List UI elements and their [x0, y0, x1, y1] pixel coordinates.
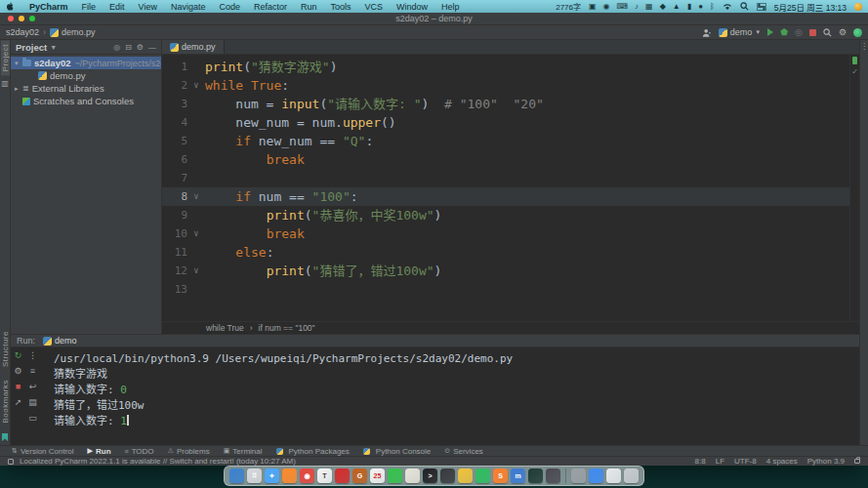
dock-app-trash[interactable]: [624, 468, 639, 483]
soft-wrap-icon[interactable]: ↩: [29, 382, 37, 391]
breadcrumb-file[interactable]: demo.py: [62, 27, 96, 37]
statusbar-message[interactable]: Localized PyCharm 2022.1.1 is available …: [20, 457, 296, 466]
control-center-icon[interactable]: [757, 3, 766, 11]
dock-app-dark-app[interactable]: [440, 468, 455, 483]
code-line-3[interactable]: 3 num = input("请输入数字: ") # "100" "20": [162, 95, 849, 113]
code-line-4[interactable]: 4 new_num = num.upper(): [162, 113, 849, 132]
dock-app-music-app[interactable]: [335, 468, 350, 483]
code-line-5[interactable]: 5 if new_num == "Q":: [162, 132, 849, 150]
code-line-11[interactable]: 11 else:: [162, 243, 849, 262]
code-line-13[interactable]: 13: [162, 280, 849, 299]
dock-app-wechat[interactable]: [388, 468, 402, 483]
menu-item-run[interactable]: Run: [294, 2, 324, 12]
edit-configuration-icon[interactable]: ⚙: [14, 366, 21, 376]
editor-tab-demo[interactable]: demo.py: [162, 40, 225, 54]
dock-app-calendar[interactable]: 25: [370, 468, 385, 483]
tree-item-s2day02[interactable]: ▾s2day02~/PycharmProjects/s2day02: [11, 57, 161, 69]
window-titlebar[interactable]: s2day02 – demo.py: [0, 13, 868, 25]
menu-item-edit[interactable]: Edit: [103, 2, 132, 12]
record-icon[interactable]: ◉: [603, 3, 610, 11]
status-item[interactable]: Python 3.9: [807, 457, 845, 466]
breadcrumb-item[interactable]: while True: [206, 323, 244, 333]
menu-item-window[interactable]: Window: [390, 2, 434, 12]
app-icon[interactable]: ●: [698, 3, 703, 11]
code-with-me-icon[interactable]: [853, 28, 862, 37]
tree-item-scratches-and-consoles[interactable]: Scratches and Consoles: [11, 95, 161, 107]
toolwindow-button-services[interactable]: ⊙Services: [444, 447, 483, 456]
menu-item-view[interactable]: View: [132, 2, 164, 12]
dock-app-finder[interactable]: [229, 468, 244, 483]
readonly-lock-icon[interactable]: [854, 459, 860, 464]
collapse-all-icon[interactable]: ⊟: [125, 43, 132, 52]
code-line-7[interactable]: 7: [162, 169, 849, 187]
toolwindow-button-run[interactable]: ▶Run: [88, 447, 111, 456]
toolwindow-button-python-packages[interactable]: Python Packages: [276, 447, 350, 456]
fold-chevron-icon[interactable]: ∨: [187, 262, 205, 280]
code-line-12[interactable]: 12∨ print("猜错了，错过100w"): [162, 262, 849, 280]
toolwindow-button-version-control[interactable]: ⇅Version Control: [12, 447, 74, 456]
dock-app-documents-stack[interactable]: [606, 468, 621, 483]
menu-item-pycharm[interactable]: PyCharm: [22, 2, 75, 12]
dock-app-downloads-folder[interactable]: [589, 468, 603, 483]
code-viewport[interactable]: 1print("猜数字游戏")2∨while True:3 num = inpu…: [162, 55, 859, 321]
dock-app-notes[interactable]: T: [317, 468, 332, 483]
user-account-icon[interactable]: [702, 28, 712, 37]
dock-app-yellow-app[interactable]: [458, 468, 473, 483]
status-item[interactable]: UTF-8: [734, 457, 757, 466]
search-everywhere-icon[interactable]: [823, 28, 832, 37]
hide-panel-icon[interactable]: —: [148, 43, 156, 52]
debug-button[interactable]: ⬟: [780, 27, 788, 37]
inspections-indicator[interactable]: [852, 57, 857, 64]
clear-console-icon[interactable]: ▭: [28, 413, 37, 423]
pin-tab-icon[interactable]: ➚: [15, 397, 22, 407]
dock-app-green-dark-app[interactable]: [528, 468, 543, 483]
toolwindow-button-python-console[interactable]: Python Console: [363, 447, 431, 456]
menu-item-tools[interactable]: Tools: [323, 2, 357, 12]
dock-app-gray-app[interactable]: [546, 468, 560, 483]
gear-icon[interactable]: ⚙: [137, 43, 144, 52]
bluetooth-icon[interactable]: ᛒ: [710, 3, 715, 11]
stripe-tab-bookmarks[interactable]: Bookmarks: [1, 376, 10, 427]
menu-item-help[interactable]: Help: [434, 2, 467, 12]
scroll-to-end-icon[interactable]: ≡: [30, 366, 35, 376]
display-icon[interactable]: ▣: [589, 3, 597, 11]
print-icon[interactable]: ▤: [28, 397, 37, 407]
status-item[interactable]: 8:8: [695, 457, 706, 466]
commit-stripe-icon[interactable]: ▥: [1, 79, 10, 88]
dock-app-g-app[interactable]: G: [352, 468, 367, 483]
fold-chevron-icon[interactable]: ∨: [187, 224, 205, 243]
phone-icon[interactable]: ▲: [673, 3, 681, 11]
keyboard-icon[interactable]: ⌨: [617, 3, 629, 11]
code-line-8[interactable]: 8∨ if num == "100":: [162, 187, 849, 206]
code-line-2[interactable]: 2∨while True:: [162, 76, 849, 95]
stripe-tab-structure[interactable]: Structure: [1, 327, 10, 371]
status-item[interactable]: 4 spaces: [766, 457, 798, 466]
code-line-9[interactable]: 9 print("恭喜你，中奖100w"): [162, 206, 849, 224]
menu-item-vcs[interactable]: VCS: [358, 2, 391, 12]
menu-item-code[interactable]: Code: [212, 2, 247, 12]
run-configuration-selector[interactable]: demo ▼: [719, 27, 761, 37]
fold-chevron-icon[interactable]: ∨: [187, 187, 205, 206]
dock-app-evernote[interactable]: [475, 468, 490, 483]
stop-button[interactable]: [809, 29, 816, 36]
screen-icon[interactable]: ▦: [645, 3, 653, 11]
dock-app-terminal-app[interactable]: >: [423, 468, 437, 483]
dock-app-appstore-bag[interactable]: [571, 468, 586, 483]
stop-process-button[interactable]: ■: [16, 382, 21, 391]
dock-app-lamp-app[interactable]: [405, 468, 420, 483]
apple-logo-icon[interactable]: [6, 2, 15, 11]
input-source-icon[interactable]: [854, 3, 862, 11]
breadcrumb-item[interactable]: if num == "100": [259, 323, 315, 333]
spotlight-search-icon[interactable]: [740, 2, 749, 11]
dock-app-firefox[interactable]: [282, 468, 297, 483]
code-line-6[interactable]: 6 break: [162, 150, 849, 169]
fold-chevron-icon[interactable]: ∨: [187, 76, 205, 95]
more-options-icon[interactable]: ⋮: [28, 350, 37, 360]
dock-app-chrome[interactable]: ◉: [300, 468, 314, 483]
locate-file-icon[interactable]: ◎: [113, 43, 120, 52]
statusbar-window-icon[interactable]: [8, 459, 14, 465]
rerun-button[interactable]: ↻: [15, 350, 22, 360]
more-icon[interactable]: ⋮: [860, 42, 868, 51]
mic-icon[interactable]: ♪: [635, 3, 639, 11]
wifi-icon[interactable]: [723, 3, 732, 11]
